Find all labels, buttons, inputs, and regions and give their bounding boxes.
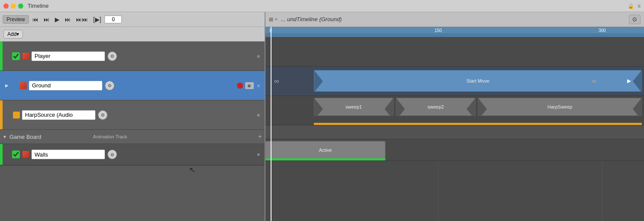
track-controls-harpsource: ≡ bbox=[256, 112, 265, 119]
skip-to-end-button[interactable]: ⏭⏭ bbox=[74, 15, 90, 24]
track-row-ground: ▶ ⊙ ▣ ≡ bbox=[0, 71, 265, 100]
clip-sweep1[interactable]: sweep1 bbox=[314, 98, 394, 116]
toolbar: Preview ⏮ ⏭ ▶ ⏭ ⏭⏭ [▶] bbox=[0, 12, 265, 27]
track-accent-harpsource bbox=[0, 100, 3, 129]
track-menu-player[interactable]: ≡ bbox=[256, 53, 261, 60]
ruler-label-300: 300 bbox=[599, 28, 606, 33]
title-bar-icons: 🔒 ≡ bbox=[628, 3, 641, 9]
tl-track-ground: ∞ Start Move ▶ ∞ bbox=[265, 67, 644, 96]
animation-track-label: Animation Track bbox=[93, 134, 127, 139]
expand-ground[interactable]: ▶ bbox=[3, 82, 10, 89]
track-menu-walls[interactable]: ≡ bbox=[256, 151, 261, 158]
group-name-gameboard: Game Board bbox=[9, 134, 41, 140]
timeline-ruler: 0 150 300 bbox=[265, 27, 644, 37]
timeline-area: Preview ⏮ ⏭ ▶ ⏭ ⏭⏭ [▶] Add▾ bbox=[0, 12, 644, 221]
window-title: Timeline bbox=[28, 3, 49, 9]
time-input[interactable] bbox=[104, 16, 122, 23]
track-row-player: ⊙ ≡ bbox=[0, 42, 265, 71]
green-bar-walls bbox=[265, 158, 385, 160]
main-container: Preview ⏮ ⏭ ▶ ⏭ ⏭⏭ [▶] Add▾ bbox=[0, 12, 644, 221]
target-harpsource[interactable]: ⊙ bbox=[98, 110, 107, 120]
maximize-button[interactable] bbox=[18, 3, 23, 9]
clip-tri-left-sweep2 bbox=[396, 98, 405, 116]
playhead-ruler bbox=[271, 27, 271, 37]
preview-button[interactable]: Preview bbox=[3, 15, 29, 24]
timeline-header-bar: ⊞ ÷ ... undTimeline (Ground) ⚙ bbox=[265, 12, 644, 27]
record-button-ground[interactable] bbox=[237, 83, 243, 89]
ruler-label-150: 150 bbox=[435, 28, 442, 33]
track-name-walls[interactable] bbox=[32, 150, 105, 159]
clip-active-walls[interactable]: Active bbox=[265, 141, 385, 159]
minimize-button[interactable] bbox=[11, 3, 16, 9]
clip-label-sweep2: sweep2 bbox=[426, 104, 446, 109]
clip-harpsweep[interactable]: HarpSweep bbox=[478, 98, 642, 116]
add-bar: Add▾ bbox=[0, 27, 265, 42]
track-accent-ground bbox=[0, 71, 3, 100]
track-name-harpsource[interactable] bbox=[22, 110, 95, 120]
close-button[interactable] bbox=[3, 3, 9, 9]
track-accent-walls bbox=[0, 144, 3, 165]
play-range-button[interactable]: [▶] bbox=[92, 15, 103, 24]
target-ground[interactable]: ⊙ bbox=[105, 81, 114, 90]
audio-icon-harpsource bbox=[12, 111, 21, 119]
expand-harpsource[interactable] bbox=[3, 112, 10, 119]
clip-tri-right-ground bbox=[633, 70, 641, 92]
track-row-walls: ⊙ ≡ bbox=[0, 144, 265, 165]
track-controls-ground: ▣ ≡ bbox=[237, 82, 265, 89]
checkbox-walls[interactable] bbox=[12, 151, 20, 158]
clip-label-active: Active bbox=[317, 147, 334, 153]
view-mode-icon[interactable]: ⊞ ÷ bbox=[269, 16, 278, 22]
right-panel: ⊞ ÷ ... undTimeline (Ground) ⚙ 0 150 300 bbox=[265, 12, 644, 221]
inf-right-ground: ∞ bbox=[592, 77, 597, 85]
track-menu-ground[interactable]: ≡ bbox=[256, 82, 261, 89]
group-gameboard: ▼ Game Board Animation Track + bbox=[0, 130, 265, 166]
lock-icon: 🔒 bbox=[628, 3, 634, 9]
track-list: ⊙ ≡ ▶ ⊙ ▣ ≡ bbox=[0, 42, 265, 221]
play-button[interactable]: ▶ bbox=[53, 15, 61, 24]
clip-tri-right-sweep1 bbox=[385, 98, 393, 116]
group-header-gameboard: ▼ Game Board Animation Track + bbox=[0, 130, 265, 144]
tl-track-harpsource: sweep1 sweep2 HarpSweep bbox=[265, 96, 644, 125]
step-forward-button[interactable]: ⏭ bbox=[63, 15, 73, 24]
clip-tri-right-sweep2 bbox=[467, 98, 475, 116]
track-name-player[interactable] bbox=[32, 51, 105, 61]
clip-tri-right-harpsweep bbox=[633, 98, 641, 116]
target-walls[interactable]: ⊙ bbox=[107, 150, 117, 159]
track-accent-player bbox=[0, 42, 3, 70]
skip-to-start-button[interactable]: ⏮ bbox=[31, 15, 40, 24]
playhead-main bbox=[271, 37, 271, 221]
clip-sweep2[interactable]: sweep2 bbox=[396, 98, 476, 116]
checkbox-player[interactable] bbox=[12, 52, 20, 60]
track-controls-walls: ≡ bbox=[256, 151, 265, 158]
orange-bar-harpsource bbox=[314, 123, 642, 125]
target-player[interactable]: ⊙ bbox=[107, 51, 117, 61]
track-menu-harpsource[interactable]: ≡ bbox=[256, 112, 261, 119]
timeline-title: ... undTimeline (Ground) bbox=[281, 16, 342, 22]
group-triangle-icon[interactable]: ▼ bbox=[3, 135, 7, 139]
clip-arrow-ground: ▶ bbox=[627, 78, 631, 84]
clip-label-harpsweep: HarpSweep bbox=[546, 104, 574, 109]
window-controls bbox=[3, 3, 23, 9]
expand-walls[interactable] bbox=[3, 151, 10, 158]
timeline-settings-button[interactable]: ⚙ bbox=[629, 15, 641, 24]
cube-icon-ground bbox=[19, 81, 28, 90]
expand-player[interactable] bbox=[3, 53, 10, 60]
timeline-tracks: ∞ Start Move ▶ ∞ swee bbox=[265, 37, 644, 221]
add-button[interactable]: Add▾ bbox=[3, 30, 23, 38]
clip-label-sweep1: sweep1 bbox=[344, 104, 364, 109]
tl-track-player bbox=[265, 37, 644, 67]
step-back-button[interactable]: ⏭ bbox=[42, 15, 51, 24]
clip-label-start-move: Start Move bbox=[464, 78, 491, 83]
mute-icon-ground[interactable]: ▣ bbox=[245, 82, 254, 89]
menu-icon[interactable]: ≡ bbox=[638, 3, 641, 9]
left-panel: Preview ⏮ ⏭ ▶ ⏭ ⏭⏭ [▶] Add▾ bbox=[0, 12, 265, 221]
title-bar: Timeline 🔒 ≡ bbox=[0, 0, 644, 12]
inf-left-ground: ∞ bbox=[274, 77, 279, 85]
clip-tri-left-sweep1 bbox=[314, 98, 323, 116]
track-name-ground[interactable] bbox=[29, 81, 102, 90]
clip-tri-left-harpsweep bbox=[478, 98, 487, 116]
group-add-button[interactable]: + bbox=[258, 133, 262, 141]
cube-icon-walls bbox=[22, 150, 30, 159]
clip-tri-left-ground bbox=[314, 70, 323, 92]
track-controls-player: ≡ bbox=[256, 53, 265, 60]
